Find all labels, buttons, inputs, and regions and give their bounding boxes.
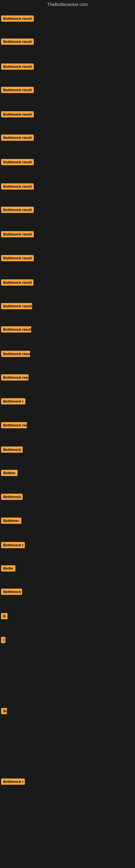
bottleneck-badge-19[interactable]: Bottleneck — [1, 446, 23, 453]
bottleneck-badge-1[interactable]: Bottleneck result — [1, 16, 34, 22]
bottleneck-badge-16[interactable]: Bottleneck resul — [1, 374, 29, 380]
bottleneck-item-29: Bottleneck r — [1, 778, 25, 786]
bottleneck-item-28: Bo — [1, 708, 7, 715]
bottleneck-badge-24[interactable]: Bottle — [1, 565, 15, 571]
bottleneck-badge-5[interactable]: Bottleneck result — [1, 111, 34, 118]
bottleneck-badge-21[interactable]: Bottleneck — [1, 494, 23, 500]
bottleneck-item-17: Bottleneck r — [1, 398, 26, 405]
bottleneck-badge-14[interactable]: Bottleneck result — [1, 326, 31, 333]
bottleneck-badge-15[interactable]: Bottleneck result — [1, 351, 30, 357]
bottleneck-badge-6[interactable]: Bottleneck result — [1, 134, 34, 141]
bottleneck-item-20: Bottlen — [1, 470, 17, 477]
bottleneck-item-5: Bottleneck result — [1, 111, 34, 119]
bottleneck-badge-27[interactable]: I — [1, 637, 5, 643]
bottleneck-item-7: Bottleneck result — [1, 159, 34, 166]
site-header: TheBottlenecker.com — [0, 0, 135, 9]
bottleneck-badge-7[interactable]: Bottleneck result — [1, 159, 34, 165]
bottleneck-badge-2[interactable]: Bottleneck result — [1, 38, 34, 45]
bottleneck-item-8: Bottleneck result — [1, 183, 34, 191]
bottleneck-badge-29[interactable]: Bottleneck r — [1, 778, 25, 785]
bottleneck-item-13: Bottleneck result — [1, 303, 32, 310]
bottleneck-item-10: Bottleneck result — [1, 231, 34, 239]
bottleneck-badge-23[interactable]: Bottleneck r — [1, 542, 25, 548]
bottleneck-badge-28[interactable]: Bo — [1, 708, 7, 714]
bottleneck-badge-25[interactable]: Bottleneck — [1, 589, 22, 595]
bottleneck-badge-17[interactable]: Bottleneck r — [1, 398, 26, 404]
bottleneck-badge-13[interactable]: Bottleneck result — [1, 303, 32, 309]
bottleneck-item-23: Bottleneck r — [1, 542, 25, 549]
bottleneck-item-6: Bottleneck result — [1, 134, 34, 142]
bottleneck-item-9: Bottleneck result — [1, 207, 34, 214]
bottleneck-item-26: B — [1, 613, 8, 620]
bottleneck-item-12: Bottleneck result — [1, 279, 34, 287]
bottleneck-item-24: Bottle — [1, 565, 15, 572]
bottleneck-badge-3[interactable]: Bottleneck result — [1, 63, 34, 70]
bottleneck-item-25: Bottleneck — [1, 589, 22, 596]
bottleneck-badge-9[interactable]: Bottleneck result — [1, 207, 34, 213]
bottleneck-item-4: Bottleneck result — [1, 87, 34, 94]
bottleneck-item-16: Bottleneck resul — [1, 374, 29, 382]
bottleneck-item-22: Bottlenec — [1, 518, 21, 525]
bottleneck-item-14: Bottleneck result — [1, 326, 31, 334]
bottleneck-item-27: I — [1, 637, 5, 644]
bottleneck-badge-18[interactable]: Bottleneck res — [1, 422, 27, 428]
bottleneck-badge-12[interactable]: Bottleneck result — [1, 279, 34, 286]
bottleneck-badge-22[interactable]: Bottlenec — [1, 518, 21, 524]
bottleneck-badge-26[interactable]: B — [1, 613, 8, 619]
bottleneck-item-11: Bottleneck result — [1, 255, 34, 262]
bottleneck-item-1: Bottleneck result — [1, 16, 34, 23]
bottleneck-item-18: Bottleneck res — [1, 422, 27, 429]
site-title: TheBottlenecker.com — [0, 0, 135, 9]
bottleneck-badge-8[interactable]: Bottleneck result — [1, 183, 34, 190]
bottleneck-item-21: Bottleneck — [1, 494, 23, 501]
bottleneck-badge-11[interactable]: Bottleneck result — [1, 255, 34, 261]
bottleneck-badge-20[interactable]: Bottlen — [1, 470, 17, 476]
bottleneck-item-15: Bottleneck result — [1, 351, 30, 358]
bottleneck-item-19: Bottleneck — [1, 446, 23, 454]
bottleneck-item-3: Bottleneck result — [1, 63, 34, 71]
bottleneck-badge-4[interactable]: Bottleneck result — [1, 87, 34, 93]
bottleneck-item-2: Bottleneck result — [1, 38, 34, 46]
bottleneck-badge-10[interactable]: Bottleneck result — [1, 231, 34, 237]
